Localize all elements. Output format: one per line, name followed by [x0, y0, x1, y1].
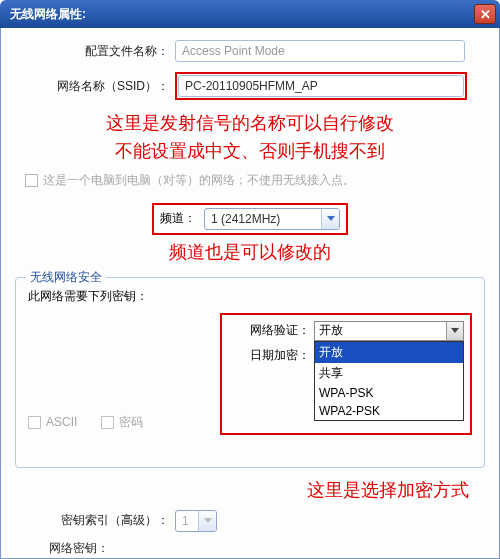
require-key-label: 此网络需要下列密钥：: [28, 288, 472, 305]
chevron-down-icon: [451, 328, 459, 334]
channel-dropdown-button[interactable]: [321, 209, 339, 229]
auth-option-shared[interactable]: 共享: [315, 363, 463, 384]
encrypt-annotation: 这里是选择加密方式: [15, 478, 469, 502]
ssid-annotation-line2: 不能设置成中文、否则手机搜不到: [15, 138, 485, 166]
svg-marker-0: [327, 216, 335, 221]
ssid-annotation-line1: 这里是发射信号的名称可以自行修改: [15, 110, 485, 138]
auth-dropdown-list: 开放 共享 WPA-PSK WPA2-PSK: [314, 341, 464, 421]
adhoc-checkbox: [25, 174, 38, 187]
chevron-down-icon: [327, 216, 335, 222]
auth-option-wpa2psk[interactable]: WPA2-PSK: [315, 402, 463, 420]
ssid-input[interactable]: [178, 75, 464, 97]
dialog-content: 配置文件名称： 网络名称（SSID）： 这里是发射信号的名称可以自行修改 不能设…: [0, 28, 500, 559]
close-icon: ✕: [480, 7, 491, 22]
adhoc-row: 这是一个电脑到电脑（对等）的网络；不使用无线接入点。: [25, 172, 485, 189]
svg-marker-1: [451, 328, 459, 333]
close-button[interactable]: ✕: [474, 4, 496, 24]
channel-value: 1 (2412MHz): [205, 212, 321, 226]
key-index-combo: 1: [175, 510, 217, 532]
auth-option-open[interactable]: 开放: [315, 342, 463, 363]
window-title: 无线网络属性:: [10, 6, 86, 23]
svg-marker-2: [204, 518, 212, 523]
password-checkbox: [101, 416, 114, 429]
adhoc-label: 这是一个电脑到电脑（对等）的网络；不使用无线接入点。: [43, 172, 355, 189]
ssid-label: 网络名称（SSID）：: [15, 78, 175, 95]
auth-row: 网络验证： 开放 开放 共享 WPA-PSK WPA2-PSK: [234, 321, 464, 341]
ssid-annotation: 这里是发射信号的名称可以自行修改 不能设置成中文、否则手机搜不到: [15, 110, 485, 166]
encryption-highlight-box: 网络验证： 开放 开放 共享 WPA-PSK WPA2-PSK: [220, 313, 472, 435]
title-bar: 无线网络属性: ✕: [0, 0, 500, 28]
ascii-password-row: ASCII 密码: [28, 414, 143, 431]
key-index-value: 1: [176, 514, 198, 528]
security-fieldset: 无线网络安全 此网络需要下列密钥： 网络验证： 开放 开放: [15, 277, 485, 468]
profile-name-input: [175, 40, 465, 62]
network-key-row: 网络密钥：: [15, 540, 485, 557]
auth-combo-field[interactable]: 开放: [314, 321, 464, 341]
auth-combo[interactable]: 开放 开放 共享 WPA-PSK WPA2-PSK: [314, 321, 464, 341]
chevron-down-icon: [204, 518, 212, 524]
bottom-section: 密钥索引（高级）： 1 网络密钥：: [15, 510, 485, 557]
profile-name-row: 配置文件名称：: [15, 40, 485, 62]
security-legend: 无线网络安全: [26, 269, 106, 286]
auth-label: 网络验证：: [234, 322, 314, 339]
ssid-highlight-box: [175, 72, 467, 100]
key-index-label: 密钥索引（高级）：: [15, 512, 175, 529]
key-index-dropdown-button: [198, 511, 216, 531]
password-label: 密码: [119, 414, 143, 431]
channel-label: 频道：: [160, 210, 196, 227]
channel-row: 频道： 1 (2412MHz): [15, 203, 485, 235]
profile-name-label: 配置文件名称：: [15, 43, 175, 60]
channel-combo[interactable]: 1 (2412MHz): [204, 208, 340, 230]
ascii-checkbox: [28, 416, 41, 429]
ssid-row: 网络名称（SSID）：: [15, 72, 485, 100]
channel-highlight-box: 频道： 1 (2412MHz): [152, 203, 348, 235]
auth-option-wpapsk[interactable]: WPA-PSK: [315, 384, 463, 402]
encrypt-label: 日期加密：: [234, 347, 314, 364]
network-key-label: 网络密钥：: [15, 540, 115, 557]
key-index-row: 密钥索引（高级）： 1: [15, 510, 485, 532]
ascii-label: ASCII: [46, 415, 77, 429]
auth-value: 开放: [319, 322, 343, 339]
channel-annotation: 频道也是可以修改的: [15, 239, 485, 267]
auth-dropdown-button[interactable]: [446, 322, 463, 340]
